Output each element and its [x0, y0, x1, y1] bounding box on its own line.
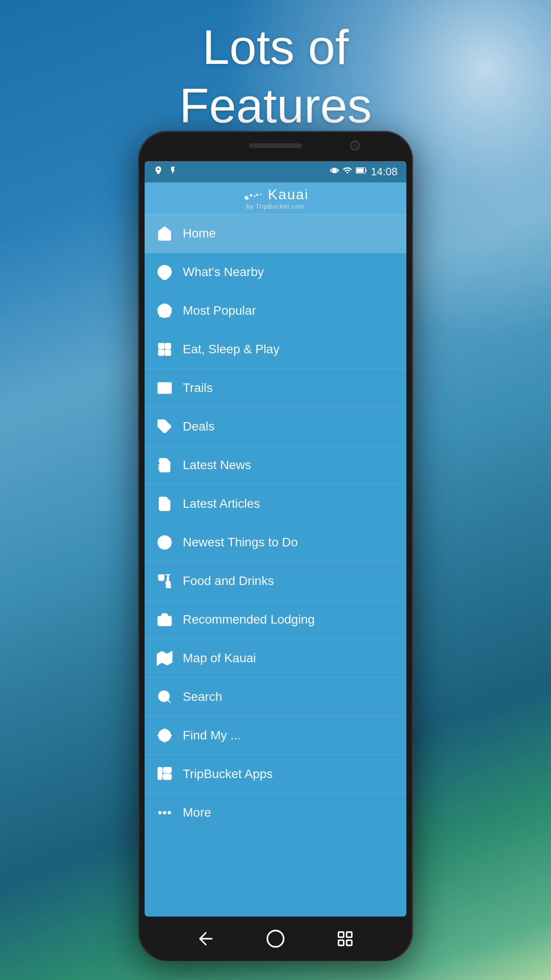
- menu-item-map[interactable]: Map of Kauai: [145, 639, 406, 678]
- hero-title-line1: Lots of: [0, 18, 551, 76]
- svg-point-4: [256, 194, 259, 196]
- menu-label-search: Search: [183, 690, 396, 704]
- menu-item-tripbucket[interactable]: TripBucket Apps: [145, 755, 406, 794]
- phone-screen: 14:08 Kauai by TripBuck: [145, 161, 406, 917]
- menu-item-eat-sleep-play[interactable]: Eat, Sleep & Play: [145, 330, 406, 369]
- menu-item-search[interactable]: Search: [145, 678, 406, 716]
- menu-item-newest-things[interactable]: Newest Things to Do: [145, 523, 406, 562]
- svg-marker-27: [157, 652, 172, 665]
- signal-icon: [342, 166, 352, 178]
- status-time: 14:08: [371, 166, 398, 178]
- svg-rect-10: [165, 344, 171, 349]
- svg-rect-44: [338, 940, 344, 945]
- menu-item-home[interactable]: Home: [145, 214, 406, 253]
- menu-item-trails[interactable]: Trails: [145, 369, 406, 407]
- home-nav-button[interactable]: [262, 925, 289, 952]
- menu-label-nearby: What's Nearby: [183, 265, 396, 279]
- bottom-nav: [145, 917, 406, 961]
- hero-title-line2: Features: [0, 76, 551, 135]
- lodging-icon: [155, 610, 174, 629]
- menu-item-food-drinks[interactable]: Food and Drinks: [145, 562, 406, 601]
- menu-item-more[interactable]: More: [145, 794, 406, 832]
- apps-icon: [155, 765, 174, 783]
- menu-item-lodging[interactable]: Recommended Lodging: [145, 601, 406, 639]
- menu-label-eat: Eat, Sleep & Play: [183, 342, 396, 356]
- menu-label-articles: Latest Articles: [183, 497, 396, 511]
- svg-line-31: [168, 700, 171, 703]
- menu-label-news: Latest News: [183, 458, 396, 472]
- svg-rect-1: [356, 169, 363, 173]
- svg-point-30: [159, 691, 169, 702]
- svg-point-38: [163, 811, 166, 814]
- menu-label-home: Home: [183, 226, 396, 241]
- menu-item-deals[interactable]: Deals: [145, 407, 406, 446]
- menu-label-more: More: [183, 806, 396, 820]
- menu-label-food: Food and Drinks: [183, 574, 396, 588]
- app-header: Kauai by TripBucket.com: [145, 182, 406, 214]
- app-logo: Kauai by TripBucket.com: [242, 186, 309, 210]
- menu-label-tripbucket: TripBucket Apps: [183, 767, 396, 781]
- svg-rect-42: [346, 932, 352, 937]
- home-icon: [155, 224, 174, 243]
- menu-label-lodging: Recommended Lodging: [183, 612, 396, 627]
- svg-point-3: [254, 195, 256, 197]
- hawaii-map-icon: [242, 188, 264, 202]
- hero-title: Lots of Features: [0, 18, 551, 135]
- eat-icon: [155, 340, 174, 359]
- phone-frame: 14:08 Kauai by TripBuck: [138, 131, 413, 961]
- menu-label-things: Newest Things to Do: [183, 535, 396, 549]
- news-icon: [155, 456, 174, 474]
- more-icon: [155, 803, 174, 822]
- menu-item-latest-articles[interactable]: Latest Articles: [145, 485, 406, 523]
- svg-rect-11: [159, 350, 164, 356]
- menu-label-findmy: Find My ...: [183, 728, 396, 743]
- svg-rect-43: [346, 940, 352, 945]
- svg-rect-34: [158, 767, 162, 779]
- svg-rect-41: [338, 932, 344, 937]
- map-icon: [155, 649, 174, 668]
- menu-container: Home What's Nearby: [145, 214, 406, 917]
- back-button[interactable]: [193, 925, 219, 952]
- svg-rect-35: [163, 767, 171, 773]
- recents-button[interactable]: [332, 925, 358, 952]
- status-bar: 14:08: [145, 161, 406, 182]
- nearby-icon: [155, 263, 174, 281]
- svg-rect-36: [163, 774, 171, 779]
- svg-point-39: [168, 811, 171, 814]
- menu-item-find-my[interactable]: Find My ...: [145, 716, 406, 755]
- svg-point-5: [260, 194, 262, 195]
- svg-rect-9: [159, 344, 164, 349]
- phone-speaker: [249, 143, 302, 148]
- deals-icon: [155, 417, 174, 436]
- menu-item-whats-nearby[interactable]: What's Nearby: [145, 253, 406, 292]
- app-title: Kauai: [268, 186, 309, 203]
- svg-point-40: [268, 931, 284, 947]
- location-icon: [153, 166, 163, 178]
- trails-icon: [155, 379, 174, 397]
- status-right: 14:08: [330, 166, 398, 178]
- menu-label-deals: Deals: [183, 419, 396, 434]
- phone-camera: [350, 141, 360, 150]
- flash-icon: [169, 166, 177, 178]
- search-icon: [155, 688, 174, 706]
- menu-label-map: Map of Kauai: [183, 651, 396, 665]
- svg-point-33: [159, 730, 171, 742]
- svg-rect-13: [158, 383, 171, 393]
- app-subtitle: by TripBucket.com: [246, 203, 305, 210]
- vibrate-icon: [330, 166, 339, 178]
- things-icon: [155, 533, 174, 552]
- status-left: [153, 166, 177, 178]
- findmy-icon: [155, 726, 174, 745]
- battery-icon: [356, 166, 367, 178]
- menu-item-most-popular[interactable]: Most Popular: [145, 292, 406, 330]
- svg-point-2: [250, 194, 252, 197]
- menu-label-popular: Most Popular: [183, 304, 396, 318]
- food-icon: [155, 572, 174, 590]
- svg-point-37: [159, 811, 161, 814]
- articles-icon: [155, 494, 174, 513]
- menu-item-latest-news[interactable]: Latest News: [145, 446, 406, 485]
- svg-rect-12: [165, 350, 171, 356]
- popular-icon: [155, 301, 174, 320]
- menu-label-trails: Trails: [183, 381, 396, 395]
